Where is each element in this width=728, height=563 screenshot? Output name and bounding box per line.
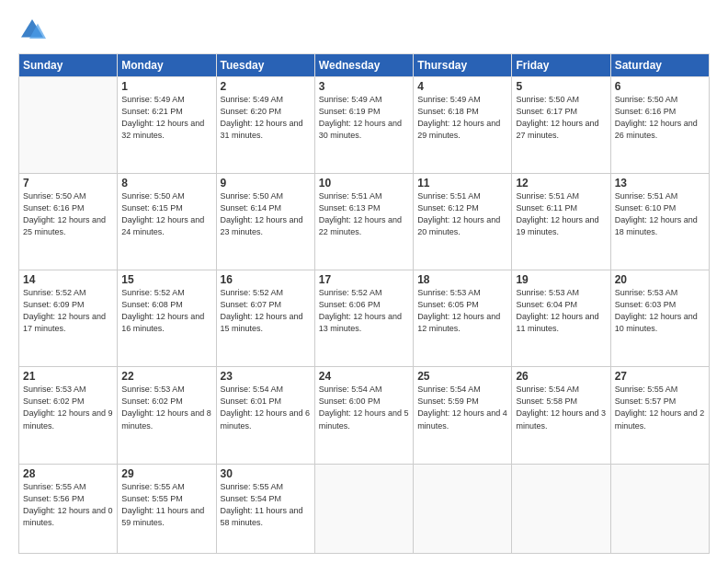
day-number: 14 (23, 273, 113, 286)
day-number: 16 (221, 273, 311, 286)
logo (18, 17, 48, 44)
day-number: 22 (121, 370, 211, 383)
day-cell: 16Sunrise: 5:52 AMSunset: 6:07 PMDayligh… (216, 270, 314, 367)
weekday-header-monday: Monday (118, 54, 216, 77)
weekday-header-friday: Friday (512, 54, 610, 77)
day-cell: 27Sunrise: 5:55 AMSunset: 5:57 PMDayligh… (610, 367, 709, 464)
day-info: Sunrise: 5:54 AMSunset: 5:58 PMDaylight:… (516, 384, 606, 431)
day-info: Sunrise: 5:51 AMSunset: 6:10 PMDaylight:… (615, 190, 705, 238)
page: SundayMondayTuesdayWednesdayThursdayFrid… (0, 0, 728, 563)
day-info: Sunrise: 5:53 AMSunset: 6:02 PMDaylight:… (121, 384, 211, 431)
calendar: SundayMondayTuesdayWednesdayThursdayFrid… (18, 53, 710, 554)
day-number: 20 (615, 273, 705, 286)
day-number: 8 (121, 177, 211, 190)
day-cell: 18Sunrise: 5:53 AMSunset: 6:05 PMDayligh… (414, 270, 512, 367)
day-number: 28 (23, 467, 113, 480)
day-info: Sunrise: 5:49 AMSunset: 6:18 PMDaylight:… (417, 94, 507, 142)
day-info: Sunrise: 5:51 AMSunset: 6:12 PMDaylight:… (417, 190, 507, 238)
day-info: Sunrise: 5:49 AMSunset: 6:19 PMDaylight:… (319, 94, 409, 142)
day-cell: 5Sunrise: 5:50 AMSunset: 6:17 PMDaylight… (512, 77, 610, 174)
day-cell: 14Sunrise: 5:52 AMSunset: 6:09 PMDayligh… (19, 270, 118, 367)
day-cell (610, 464, 709, 554)
day-number: 21 (23, 370, 113, 383)
day-cell: 12Sunrise: 5:51 AMSunset: 6:11 PMDayligh… (512, 174, 610, 270)
day-number: 1 (121, 80, 211, 93)
day-info: Sunrise: 5:54 AMSunset: 5:59 PMDaylight:… (417, 384, 507, 431)
day-number: 7 (23, 177, 113, 190)
day-number: 4 (417, 80, 507, 93)
day-number: 15 (121, 273, 211, 286)
day-number: 18 (417, 273, 507, 286)
day-number: 27 (615, 370, 705, 383)
day-cell: 11Sunrise: 5:51 AMSunset: 6:12 PMDayligh… (414, 174, 512, 270)
day-number: 2 (221, 80, 311, 93)
day-cell: 24Sunrise: 5:54 AMSunset: 6:00 PMDayligh… (314, 367, 413, 464)
day-number: 25 (417, 370, 507, 383)
day-info: Sunrise: 5:54 AMSunset: 6:01 PMDaylight:… (221, 384, 311, 431)
day-cell: 22Sunrise: 5:53 AMSunset: 6:02 PMDayligh… (118, 367, 216, 464)
weekday-header-tuesday: Tuesday (216, 54, 314, 77)
weekday-header-row: SundayMondayTuesdayWednesdayThursdayFrid… (19, 54, 710, 77)
day-cell: 17Sunrise: 5:52 AMSunset: 6:06 PMDayligh… (314, 270, 413, 367)
day-cell: 13Sunrise: 5:51 AMSunset: 6:10 PMDayligh… (610, 174, 709, 270)
day-cell: 25Sunrise: 5:54 AMSunset: 5:59 PMDayligh… (414, 367, 512, 464)
day-cell: 28Sunrise: 5:55 AMSunset: 5:56 PMDayligh… (19, 464, 118, 554)
day-info: Sunrise: 5:53 AMSunset: 6:02 PMDaylight:… (23, 384, 113, 431)
day-number: 6 (615, 80, 705, 93)
day-number: 26 (516, 370, 606, 383)
day-cell: 19Sunrise: 5:53 AMSunset: 6:04 PMDayligh… (512, 270, 610, 367)
day-info: Sunrise: 5:55 AMSunset: 5:54 PMDaylight:… (221, 481, 311, 529)
day-info: Sunrise: 5:50 AMSunset: 6:16 PMDaylight:… (615, 94, 705, 142)
day-info: Sunrise: 5:52 AMSunset: 6:07 PMDaylight:… (221, 287, 311, 335)
day-cell: 9Sunrise: 5:50 AMSunset: 6:14 PMDaylight… (216, 174, 314, 270)
week-row-1: 1Sunrise: 5:49 AMSunset: 6:21 PMDaylight… (19, 77, 710, 174)
day-info: Sunrise: 5:52 AMSunset: 6:08 PMDaylight:… (121, 287, 211, 335)
day-cell: 2Sunrise: 5:49 AMSunset: 6:20 PMDaylight… (216, 77, 314, 174)
day-info: Sunrise: 5:55 AMSunset: 5:56 PMDaylight:… (23, 481, 113, 529)
day-info: Sunrise: 5:53 AMSunset: 6:04 PMDaylight:… (516, 287, 606, 335)
day-info: Sunrise: 5:51 AMSunset: 6:11 PMDaylight:… (516, 190, 606, 238)
day-number: 9 (221, 177, 311, 190)
day-cell: 29Sunrise: 5:55 AMSunset: 5:55 PMDayligh… (118, 464, 216, 554)
day-info: Sunrise: 5:55 AMSunset: 5:57 PMDaylight:… (615, 384, 705, 431)
day-cell: 10Sunrise: 5:51 AMSunset: 6:13 PMDayligh… (314, 174, 413, 270)
day-cell: 20Sunrise: 5:53 AMSunset: 6:03 PMDayligh… (610, 270, 709, 367)
day-cell: 26Sunrise: 5:54 AMSunset: 5:58 PMDayligh… (512, 367, 610, 464)
header (18, 17, 710, 44)
day-number: 11 (417, 177, 507, 190)
day-cell: 23Sunrise: 5:54 AMSunset: 6:01 PMDayligh… (216, 367, 314, 464)
day-info: Sunrise: 5:52 AMSunset: 6:09 PMDaylight:… (23, 287, 113, 335)
week-row-5: 28Sunrise: 5:55 AMSunset: 5:56 PMDayligh… (19, 464, 710, 554)
day-info: Sunrise: 5:50 AMSunset: 6:15 PMDaylight:… (121, 190, 211, 238)
day-cell (314, 464, 413, 554)
day-info: Sunrise: 5:54 AMSunset: 6:00 PMDaylight:… (319, 384, 409, 431)
week-row-3: 14Sunrise: 5:52 AMSunset: 6:09 PMDayligh… (19, 270, 710, 367)
week-row-4: 21Sunrise: 5:53 AMSunset: 6:02 PMDayligh… (19, 367, 710, 464)
day-cell (19, 77, 118, 174)
day-info: Sunrise: 5:49 AMSunset: 6:21 PMDaylight:… (121, 94, 211, 142)
weekday-header-wednesday: Wednesday (314, 54, 413, 77)
day-number: 10 (319, 177, 409, 190)
day-number: 30 (221, 467, 311, 480)
day-info: Sunrise: 5:50 AMSunset: 6:17 PMDaylight:… (516, 94, 606, 142)
day-info: Sunrise: 5:52 AMSunset: 6:06 PMDaylight:… (319, 287, 409, 335)
day-number: 5 (516, 80, 606, 93)
day-cell: 15Sunrise: 5:52 AMSunset: 6:08 PMDayligh… (118, 270, 216, 367)
day-number: 13 (615, 177, 705, 190)
day-cell: 1Sunrise: 5:49 AMSunset: 6:21 PMDaylight… (118, 77, 216, 174)
day-cell: 21Sunrise: 5:53 AMSunset: 6:02 PMDayligh… (19, 367, 118, 464)
day-number: 12 (516, 177, 606, 190)
day-info: Sunrise: 5:49 AMSunset: 6:20 PMDaylight:… (221, 94, 311, 142)
day-number: 19 (516, 273, 606, 286)
day-cell: 30Sunrise: 5:55 AMSunset: 5:54 PMDayligh… (216, 464, 314, 554)
day-number: 24 (319, 370, 409, 383)
day-cell (512, 464, 610, 554)
weekday-header-thursday: Thursday (414, 54, 512, 77)
logo-icon (18, 17, 46, 44)
day-info: Sunrise: 5:50 AMSunset: 6:14 PMDaylight:… (221, 190, 311, 238)
day-cell: 8Sunrise: 5:50 AMSunset: 6:15 PMDaylight… (118, 174, 216, 270)
day-number: 23 (221, 370, 311, 383)
day-number: 3 (319, 80, 409, 93)
day-info: Sunrise: 5:51 AMSunset: 6:13 PMDaylight:… (319, 190, 409, 238)
day-number: 17 (319, 273, 409, 286)
